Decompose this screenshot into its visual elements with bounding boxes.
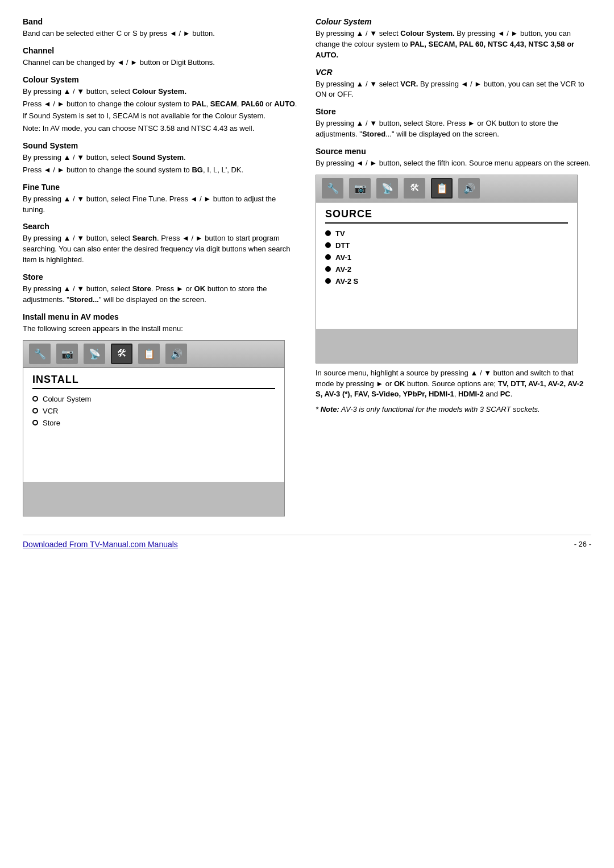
store-line1-right: By pressing ▲ / ▼ button, select Store. …: [316, 118, 591, 140]
colour-system-line4: Note: In AV mode, you can choose NTSC 3.…: [23, 123, 298, 134]
icon-slot-5: 📋: [138, 344, 160, 364]
bullet-av1: [325, 254, 331, 260]
channel-section: Channel Channel can be changed by ◄ / ► …: [23, 46, 298, 68]
bullet-av2: [325, 266, 331, 272]
source-icon-slot-4: 🛠: [404, 178, 425, 199]
source-icon-slot-6: 🔊: [458, 178, 480, 199]
install-menu-box: 🔧 📷 📡 🛠 📋 🔊 INSTALL Colour System: [23, 340, 285, 516]
install-icon-bar: 🔧 📷 📡 🛠 📋 🔊: [23, 341, 284, 368]
install-menu-title: Install menu in AV modes: [23, 312, 298, 321]
bullet-av2s: [325, 278, 331, 284]
store-section-right: Store By pressing ▲ / ▼ button, select S…: [316, 107, 591, 140]
band-text: Band can be selected either C or S by pr…: [23, 28, 298, 39]
install-item-store-label: Store: [43, 419, 60, 427]
source-menu-intro: By pressing ◄ / ► button, select the fif…: [316, 158, 591, 169]
vcr-section: VCR By pressing ▲ / ▼ select VCR. By pre…: [316, 68, 591, 101]
source-icon-slot-1: 🔧: [322, 178, 343, 199]
source-item-tv-label: TV: [335, 229, 345, 238]
sound-system-line1: By pressing ▲ / ▼ button, select Sound S…: [23, 152, 298, 163]
icon-slot-1: 🔧: [29, 344, 51, 364]
colour-system-title-left: Colour System: [23, 75, 298, 84]
source-item-av2s: AV-2 S: [325, 277, 568, 286]
fine-tune-section: Fine Tune By pressing ▲ / ▼ button, sele…: [23, 183, 298, 216]
source-menu-box: 🔧 📷 📡 🛠 📋 🔊 SOURCE TV DTT: [316, 175, 578, 363]
source-item-tv: TV: [325, 229, 568, 238]
channel-title: Channel: [23, 46, 298, 55]
colour-system-section-left: Colour System By pressing ▲ / ▼ button, …: [23, 75, 298, 134]
page-number: - 26 -: [574, 540, 591, 548]
fine-tune-line1: By pressing ▲ / ▼ button, select Fine Tu…: [23, 194, 298, 216]
source-menu-section: Source menu By pressing ◄ / ► button, se…: [316, 147, 591, 415]
band-title: Band: [23, 17, 298, 26]
colour-system-line1: By pressing ▲ / ▼ button, select Colour …: [23, 86, 298, 97]
source-item-av2-label: AV-2: [335, 265, 351, 274]
icon-slot-6: 🔊: [165, 344, 187, 364]
page-container: Band Band can be selected either C or S …: [23, 17, 591, 523]
install-menu-heading: INSTALL: [32, 374, 275, 389]
install-menu-footer: [23, 482, 284, 516]
source-item-dtt-label: DTT: [335, 241, 350, 250]
source-icon-slot-3: 📡: [376, 178, 398, 199]
install-item-vcr: VCR: [32, 407, 275, 415]
install-menu-body: INSTALL Colour System VCR Store: [23, 368, 284, 482]
source-menu-body: SOURCE TV DTT AV-1 AV-2: [316, 202, 577, 329]
bullet-dtt: [325, 242, 331, 248]
bullet-tv: [325, 230, 331, 236]
colour-system-right-line1: By pressing ▲ / ▼ select Colour System. …: [316, 28, 591, 61]
store-title-right: Store: [316, 107, 591, 116]
icon-slot-4: 🛠: [111, 344, 132, 364]
store-section-left: Store By pressing ▲ / ▼ button, select S…: [23, 272, 298, 305]
footer-link[interactable]: Downloaded From TV-Manual.com Manuals: [23, 540, 178, 549]
bullet-colour: [32, 396, 38, 402]
install-item-colour-label: Colour System: [43, 395, 91, 403]
source-menu-footer: [316, 329, 577, 363]
colour-system-line3: If Sound System is set to I, SECAM is no…: [23, 111, 298, 122]
store-line1-left: By pressing ▲ / ▼ button, select Store. …: [23, 284, 298, 305]
right-column: Colour System By pressing ▲ / ▼ select C…: [316, 17, 591, 523]
band-section: Band Band can be selected either C or S …: [23, 17, 298, 39]
icon-slot-3: 📡: [84, 344, 105, 364]
source-icon-slot-5: 📋: [431, 178, 453, 199]
colour-system-line2: Press ◄ / ► button to change the colour …: [23, 99, 298, 110]
source-item-av2: AV-2: [325, 265, 568, 274]
search-title: Search: [23, 222, 298, 231]
sound-system-title: Sound System: [23, 141, 298, 150]
icon-slot-2: 📷: [56, 344, 78, 364]
colour-system-section-right: Colour System By pressing ▲ / ▼ select C…: [316, 17, 591, 61]
install-item-colour: Colour System: [32, 395, 275, 403]
install-item-vcr-label: VCR: [43, 407, 58, 415]
search-section: Search By pressing ▲ / ▼ button, select …: [23, 222, 298, 266]
bullet-store: [32, 420, 38, 425]
source-icon-bar: 🔧 📷 📡 🛠 📋 🔊: [316, 175, 577, 202]
search-line1: By pressing ▲ / ▼ button, select Search.…: [23, 233, 298, 266]
vcr-title: VCR: [316, 68, 591, 77]
page-footer: Downloaded From TV-Manual.com Manuals - …: [23, 535, 591, 549]
bullet-vcr: [32, 408, 38, 414]
source-note: * Note: AV-3 is only functional for the …: [316, 404, 591, 415]
install-item-store: Store: [32, 419, 275, 427]
source-description: In source menu, highlight a source by pr…: [316, 368, 591, 400]
source-item-dtt: DTT: [325, 241, 568, 250]
vcr-line1: By pressing ▲ / ▼ select VCR. By pressin…: [316, 79, 591, 101]
source-item-av2s-label: AV-2 S: [335, 277, 358, 286]
sound-system-line2: Press ◄ / ► button to change the sound s…: [23, 165, 298, 176]
source-item-av1: AV-1: [325, 253, 568, 262]
source-menu-heading: SOURCE: [325, 208, 568, 224]
install-menu-intro: The following screen appears in the inst…: [23, 324, 298, 334]
sound-system-section: Sound System By pressing ▲ / ▼ button, s…: [23, 141, 298, 176]
source-menu-title: Source menu: [316, 147, 591, 156]
left-column: Band Band can be selected either C or S …: [23, 17, 298, 523]
source-icon-slot-2: 📷: [349, 178, 371, 199]
colour-system-title-right: Colour System: [316, 17, 591, 26]
store-title-left: Store: [23, 272, 298, 282]
source-item-av1-label: AV-1: [335, 253, 351, 262]
fine-tune-title: Fine Tune: [23, 183, 298, 192]
channel-text: Channel can be changed by ◄ / ► button o…: [23, 57, 298, 68]
install-menu-section: Install menu in AV modes The following s…: [23, 312, 298, 516]
